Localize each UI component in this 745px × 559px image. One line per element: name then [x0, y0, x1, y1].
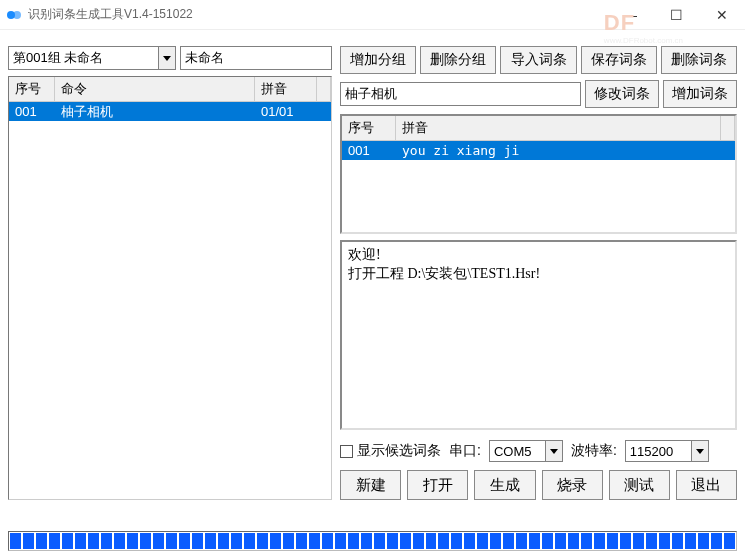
- add-group-button[interactable]: 增加分组: [340, 46, 416, 74]
- table-row[interactable]: 001 柚子相机 01/01: [9, 102, 331, 121]
- pinyin-col-seq[interactable]: 序号: [342, 116, 396, 141]
- show-candidates-checkbox[interactable]: 显示候选词条: [340, 442, 441, 460]
- group-select[interactable]: 第001组 未命名: [8, 46, 176, 70]
- burn-button[interactable]: 烧录: [542, 470, 603, 500]
- close-button[interactable]: ✕: [699, 0, 745, 30]
- log-output[interactable]: 欢迎! 打开工程 D:\安装包\TEST1.Hsr!: [340, 240, 737, 430]
- minimize-button[interactable]: —: [607, 0, 653, 30]
- open-button[interactable]: 打开: [407, 470, 468, 500]
- baud-label: 波特率:: [571, 442, 617, 460]
- port-select[interactable]: COM5: [489, 440, 563, 462]
- delete-group-button[interactable]: 删除分组: [420, 46, 496, 74]
- pinyin-table: 序号 拼音 001 you zi xiang ji: [340, 114, 737, 234]
- port-label: 串口:: [449, 442, 481, 460]
- save-entries-button[interactable]: 保存词条: [581, 46, 657, 74]
- col-seq[interactable]: 序号: [9, 77, 55, 102]
- progress-bar: [8, 531, 737, 551]
- exit-button[interactable]: 退出: [676, 470, 737, 500]
- chevron-down-icon: [691, 441, 708, 461]
- import-entries-button[interactable]: 导入词条: [500, 46, 576, 74]
- table-row[interactable]: 001 you zi xiang ji: [342, 141, 735, 160]
- col-spacer: [317, 77, 331, 102]
- col-pinyin[interactable]: 拼音: [255, 77, 317, 102]
- window-title: 识别词条生成工具V1.4-151022: [28, 6, 607, 23]
- pinyin-col-spacer: [721, 116, 735, 141]
- group-select-value: 第001组 未命名: [13, 49, 103, 67]
- generate-button[interactable]: 生成: [474, 470, 535, 500]
- col-cmd[interactable]: 命令: [55, 77, 255, 102]
- chevron-down-icon: [158, 47, 175, 69]
- add-entry-button[interactable]: 增加词条: [663, 80, 737, 108]
- entry-text-input[interactable]: 柚子相机: [340, 82, 581, 106]
- group-name-input[interactable]: 未命名: [180, 46, 332, 70]
- test-button[interactable]: 测试: [609, 470, 670, 500]
- app-icon: [6, 7, 22, 23]
- svg-point-1: [13, 11, 21, 19]
- modify-entry-button[interactable]: 修改词条: [585, 80, 659, 108]
- entries-table: 序号 命令 拼音 001 柚子相机 01/01: [8, 76, 332, 500]
- checkbox-icon: [340, 445, 353, 458]
- new-button[interactable]: 新建: [340, 470, 401, 500]
- baud-select[interactable]: 115200: [625, 440, 709, 462]
- maximize-button[interactable]: ☐: [653, 0, 699, 30]
- pinyin-col-pinyin[interactable]: 拼音: [396, 116, 721, 141]
- chevron-down-icon: [545, 441, 562, 461]
- delete-entries-button[interactable]: 删除词条: [661, 46, 737, 74]
